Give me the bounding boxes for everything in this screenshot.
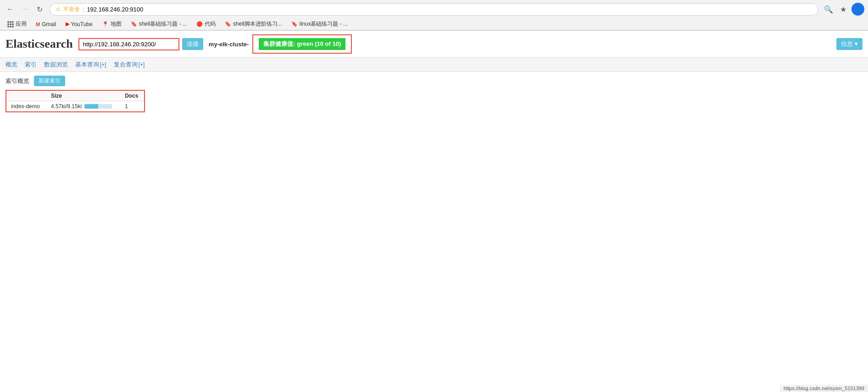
col-docs: Docs	[120, 91, 144, 101]
bookmark-star-button[interactable]: ★	[837, 3, 850, 16]
index-table: Size Docs index-demo4.57ki/9.15ki1	[6, 91, 144, 111]
tab-complex-query[interactable]: 复合查询	[114, 61, 138, 69]
table-header-row: Size Docs	[6, 91, 144, 101]
app-header: Elasticsearch 连接 my-elk-cluste- 集群健康值: g…	[0, 31, 868, 58]
browser-toolbar: ← → ↻ ⚠ 不安全 | 🔍 ★ 👤	[0, 0, 868, 18]
index-table-container: Size Docs index-demo4.57ki/9.15ki1	[6, 90, 145, 112]
basic-query-plus[interactable]: [+]	[100, 61, 106, 68]
address-input[interactable]	[87, 6, 812, 13]
bookmark-shell-advanced[interactable]: 🔖 shell脚本进阶练习...	[221, 19, 286, 29]
security-icon: ⚠	[56, 6, 61, 12]
shell-basic-label: shell基础练习题 - ...	[139, 20, 187, 28]
index-size-cell: 4.57ki/9.15ki	[46, 101, 120, 112]
tab-overview[interactable]: 概览	[6, 61, 17, 69]
index-section: 索引概览 新建索引 Size Docs index-demo4.57ki/9.1…	[0, 72, 868, 117]
complex-query-plus[interactable]: [+]	[139, 61, 145, 68]
separator: |	[83, 6, 84, 13]
forward-button[interactable]: →	[18, 3, 31, 16]
url-input-container: 连接	[78, 38, 203, 50]
gmail-label: Gmail	[42, 21, 56, 28]
new-index-button[interactable]: 新建索引	[34, 76, 65, 86]
linux-basic-icon: 🔖	[291, 21, 298, 27]
health-area: 集群健康值: green (10 of 10)	[252, 34, 352, 54]
bookmarks-bar: 应用 M Gmail ▶ YouTube 📍 地图 🔖 shell基础练习题 -…	[0, 18, 868, 30]
section-title: 索引概览	[6, 77, 29, 85]
header-right: my-elk-cluste- 集群健康值: green (10 of 10) 信…	[209, 34, 862, 54]
info-button[interactable]: 信息 ▾	[836, 38, 862, 50]
index-name-cell[interactable]: index-demo	[6, 101, 46, 112]
size-bar-fill	[84, 104, 98, 109]
user-avatar[interactable]: 👤	[851, 3, 864, 16]
tab-complex-query-container: 复合查询 [+]	[114, 61, 145, 69]
app-content: Elasticsearch 连接 my-elk-cluste- 集群健康值: g…	[0, 31, 868, 117]
youtube-icon: ▶	[66, 21, 69, 27]
reload-button[interactable]: ↻	[33, 3, 46, 16]
search-button[interactable]: 🔍	[822, 3, 835, 16]
index-docs-cell: 1	[120, 101, 144, 112]
cluster-name: my-elk-cluste-	[209, 41, 249, 48]
back-button[interactable]: ←	[4, 3, 17, 16]
youtube-label: YouTube	[71, 21, 93, 28]
section-header: 索引概览 新建索引	[6, 76, 862, 86]
bookmark-code[interactable]: 🔴 代码	[193, 19, 219, 29]
linux-basic-label: linux基础练习题 - ...	[300, 20, 348, 28]
maps-icon: 📍	[102, 21, 109, 28]
tab-basic-query-container: 基本查询 [+]	[75, 61, 106, 69]
health-badge: 集群健康值: green (10 of 10)	[259, 38, 345, 50]
nav-tabs: 概览 索引 数据浏览 基本查询 [+] 复合查询 [+]	[0, 58, 868, 72]
tab-basic-query[interactable]: 基本查询	[75, 61, 99, 69]
maps-label: 地图	[111, 20, 122, 28]
col-size: Size	[46, 91, 120, 101]
tab-index[interactable]: 索引	[25, 61, 37, 69]
browser-actions: 🔍 ★ 👤	[822, 3, 864, 16]
table-row: index-demo4.57ki/9.15ki1	[6, 101, 144, 112]
col-name	[6, 91, 46, 101]
bookmark-linux-basic[interactable]: 🔖 linux基础练习题 - ...	[288, 19, 351, 29]
size-bar	[84, 104, 112, 109]
bookmark-shell-basic[interactable]: 🔖 shell基础练习题 - ...	[127, 19, 191, 29]
bookmark-youtube[interactable]: ▶ YouTube	[62, 20, 96, 28]
code-icon: 🔴	[196, 21, 203, 27]
tab-data-browse[interactable]: 数据浏览	[44, 61, 68, 69]
shell-advanced-icon: 🔖	[225, 21, 231, 27]
shell-advanced-label: shell脚本进阶练习...	[233, 20, 282, 28]
url-input[interactable]	[78, 38, 179, 50]
size-value: 4.57ki/9.15ki	[51, 103, 82, 110]
address-bar-container: ⚠ 不安全 |	[50, 3, 818, 16]
shell-basic-icon: 🔖	[131, 21, 137, 27]
apps-icon	[7, 21, 14, 28]
security-text: 不安全	[63, 6, 80, 13]
code-label: 代码	[205, 20, 216, 28]
nav-buttons: ← → ↻	[4, 3, 46, 16]
app-title: Elasticsearch	[6, 37, 73, 51]
gmail-icon: M	[36, 22, 40, 27]
apps-label: 应用	[16, 20, 27, 28]
connect-button[interactable]: 连接	[182, 38, 203, 50]
bookmark-maps[interactable]: 📍 地图	[98, 19, 125, 29]
bookmark-apps[interactable]: 应用	[4, 19, 30, 29]
bookmark-gmail[interactable]: M Gmail	[32, 20, 60, 28]
browser-chrome: ← → ↻ ⚠ 不安全 | 🔍 ★ 👤 应用	[0, 0, 868, 31]
